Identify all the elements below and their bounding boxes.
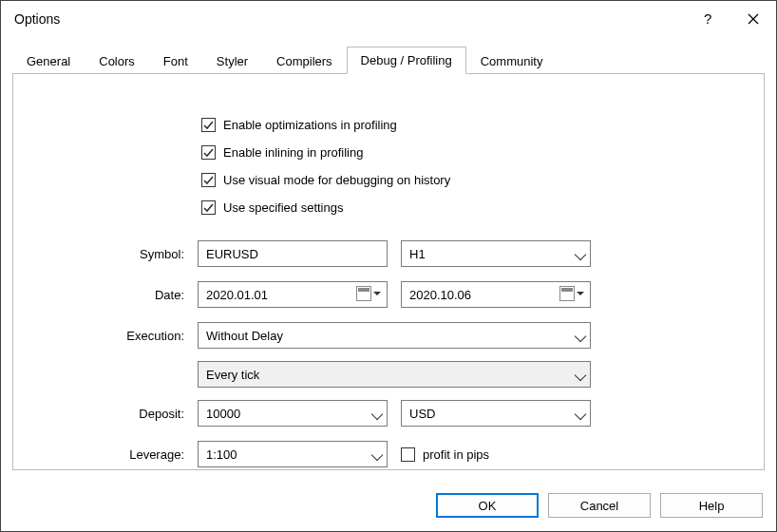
checkbox-optimizations[interactable] [201, 118, 216, 132]
deposit-select[interactable]: 10000 [198, 400, 388, 427]
check-row-optimizations: Enable optimizations in profiling [51, 112, 726, 137]
leverage-value: 1:100 [206, 447, 237, 462]
tab-colors[interactable]: Colors [85, 48, 149, 74]
label-execution: Execution: [51, 329, 184, 343]
tab-debug-profiling[interactable]: Debug / Profiling [347, 47, 466, 74]
content: General Colors Font Styler Compilers Deb… [1, 37, 776, 470]
window-title: Options [14, 11, 685, 27]
execution-select[interactable]: Without Delay [198, 322, 591, 349]
currency-select[interactable]: USD [401, 400, 591, 427]
tick-mode-value: Every tick [206, 368, 259, 382]
row-date: Date: 2020.01.01 2020.10.06 [51, 276, 726, 314]
period-value: H1 [409, 247, 426, 261]
leverage-select[interactable]: 1:100 [198, 441, 388, 467]
label-visual: Use visual mode for debugging on history [223, 173, 450, 187]
checkbox-settings[interactable] [201, 200, 216, 215]
debug-form: Enable optimizations in profiling Enable… [51, 112, 726, 473]
date-to-value: 2020.10.06 [409, 288, 471, 302]
label-symbol: Symbol: [51, 247, 184, 261]
titlebar: Options ? [1, 1, 776, 37]
tick-mode-select[interactable]: Every tick [198, 361, 591, 388]
close-icon[interactable] [730, 1, 776, 37]
row-deposit: Deposit: 10000 USD [51, 394, 726, 432]
tab-general[interactable]: General [12, 48, 85, 74]
currency-value: USD [409, 407, 435, 421]
svg-text:?: ? [704, 11, 711, 27]
symbol-value: EURUSD [206, 247, 258, 261]
symbol-input[interactable]: EURUSD [198, 240, 388, 267]
tabstrip: General Colors Font Styler Compilers Deb… [12, 47, 765, 73]
help-icon[interactable]: ? [685, 1, 730, 37]
calendar-icon[interactable] [559, 286, 584, 301]
pips-group: profit in pips [401, 447, 591, 462]
label-pips: profit in pips [423, 447, 489, 462]
ok-button[interactable]: OK [436, 493, 539, 518]
label-deposit: Deposit: [51, 407, 184, 421]
tab-styler[interactable]: Styler [202, 48, 262, 74]
date-from-value: 2020.01.01 [206, 288, 268, 302]
tab-panel-debug: Enable optimizations in profiling Enable… [12, 73, 765, 470]
period-select[interactable]: H1 [401, 240, 591, 267]
row-leverage: Leverage: 1:100 profit in pips [51, 435, 726, 473]
row-execution: Execution: Without Delay [51, 316, 726, 354]
row-symbol: Symbol: EURUSD H1 [51, 235, 726, 273]
deposit-value: 10000 [206, 407, 240, 421]
date-from-input[interactable]: 2020.01.01 [198, 281, 388, 308]
row-tick: Every tick [51, 357, 726, 391]
help-button[interactable]: Help [660, 493, 763, 518]
check-row-settings: Use specified settings [51, 195, 726, 219]
tab-font[interactable]: Font [149, 48, 202, 74]
check-row-inlining: Enable inlining in profiling [51, 140, 726, 164]
label-optimizations: Enable optimizations in profiling [223, 118, 397, 132]
checkbox-inlining[interactable] [201, 145, 216, 160]
label-leverage: Leverage: [51, 447, 184, 462]
label-date: Date: [51, 288, 184, 302]
execution-value: Without Delay [206, 329, 283, 343]
label-inlining: Enable inlining in profiling [223, 145, 363, 160]
checkbox-visual[interactable] [201, 173, 216, 187]
tab-community[interactable]: Community [466, 48, 558, 74]
check-row-visual: Use visual mode for debugging on history [51, 167, 726, 192]
button-bar: OK Cancel Help [436, 493, 763, 518]
date-to-input[interactable]: 2020.10.06 [401, 281, 591, 308]
tab-compilers[interactable]: Compilers [262, 48, 347, 74]
calendar-icon[interactable] [356, 286, 381, 301]
label-settings: Use specified settings [223, 200, 343, 215]
cancel-button[interactable]: Cancel [548, 493, 651, 518]
checkbox-pips[interactable] [401, 447, 415, 462]
